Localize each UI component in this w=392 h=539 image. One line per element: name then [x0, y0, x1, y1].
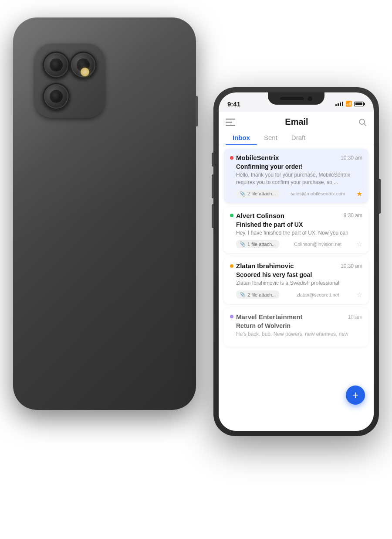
svg-line-1 [364, 123, 366, 126]
star-button-3[interactable]: ☆ [356, 290, 362, 299]
email-preview-3: Zlatan Ibrahimović is a Swedish professi… [230, 280, 362, 287]
tab-sent[interactable]: Sent [257, 130, 284, 145]
attachment-badge-3: 📎 2 file attach... [236, 290, 279, 299]
email-item-3[interactable]: Zlatan Ibrahimovic 10:30 am Scoored his … [224, 257, 368, 304]
camera-bump [35, 44, 105, 118]
email-time-1: 10:30 am [341, 155, 362, 161]
phone-back [13, 17, 196, 410]
compose-fab-button[interactable]: + [346, 385, 365, 405]
email-list: MobileSentrix 10:30 am Confirming your o… [219, 149, 374, 348]
email-header-4: Marvel Entertainment 10:am [230, 313, 362, 321]
phone-screen: 9:41 📶 [219, 92, 374, 431]
tab-draft[interactable]: Draft [284, 130, 313, 145]
svg-point-0 [359, 119, 365, 124]
battery-icon [354, 102, 365, 106]
email-header-1: MobileSentrix 10:30 am [230, 154, 362, 161]
menu-line-3 [226, 125, 235, 126]
paperclip-icon-2: 📎 [240, 241, 246, 247]
app-header: Email [219, 112, 374, 130]
email-address-1: sales@mobilesentrix.com [291, 191, 345, 196]
power-button-front [378, 179, 381, 214]
app-content: Email Inbox Sent Draft [219, 112, 374, 431]
email-footer-3: 📎 2 file attach... zlatan@scoored.net ☆ [230, 290, 362, 299]
power-button [196, 96, 198, 126]
unread-dot-1 [230, 156, 233, 160]
unread-dot-2 [230, 214, 233, 217]
sender-name-3: Zlatan Ibrahimovic [236, 262, 294, 270]
email-time-3: 10:30 am [341, 263, 362, 269]
email-time-2: 9:30 am [344, 212, 362, 218]
tabs-container: Inbox Sent Draft [219, 130, 374, 145]
email-preview-1: Hello, thank you for your purchase, Mobi… [230, 171, 362, 186]
plus-icon: + [352, 390, 358, 400]
signal-bars-icon [335, 102, 343, 106]
status-icons: 📶 [335, 101, 365, 107]
notch-speaker [280, 97, 304, 100]
email-subject-4: Return of Wolverin [230, 322, 362, 329]
email-address-3: zlatan@scoored.net [297, 292, 339, 297]
email-sender-4: Marvel Entertainment [230, 313, 303, 321]
paperclip-icon-3: 📎 [240, 292, 246, 297]
wifi-icon: 📶 [345, 101, 352, 107]
attach-count-3: 2 file attach... [247, 292, 276, 297]
attachment-badge-1: 📎 2 file attach... [236, 190, 279, 198]
volume-up-button [212, 174, 214, 198]
email-header-2: Alvert Colinson 9:30 am [230, 212, 362, 219]
unread-dot-3 [230, 264, 233, 268]
email-preview-2: Hey, I have finished the part of UX. Now… [230, 229, 362, 237]
sender-name-4: Marvel Entertainment [236, 313, 303, 321]
camera-lens-3 [43, 83, 70, 110]
status-time: 9:41 [227, 100, 240, 108]
camera-flash [81, 68, 89, 76]
notch-camera [308, 96, 312, 101]
email-address-2: Colinson@invision.net [294, 242, 341, 247]
email-sender-1: MobileSentrix [230, 154, 279, 161]
page-title: Email [285, 117, 308, 127]
sender-name-1: MobileSentrix [236, 154, 279, 161]
attachment-badge-2: 📎 1 file attach... [236, 240, 279, 248]
mute-button [212, 153, 214, 167]
search-icon[interactable] [358, 118, 367, 126]
email-subject-3: Scoored his very fast goal [230, 271, 362, 278]
paperclip-icon-1: 📎 [240, 191, 246, 197]
email-footer-2: 📎 1 file attach... Colinson@invision.net… [230, 240, 362, 248]
email-item-4[interactable]: Marvel Entertainment 10:am Return of Wol… [224, 307, 368, 347]
attach-count-1: 2 file attach... [247, 191, 276, 196]
menu-button[interactable] [226, 119, 235, 126]
menu-line-1 [226, 119, 235, 119]
tab-inbox[interactable]: Inbox [226, 130, 257, 145]
menu-line-2 [226, 122, 232, 123]
star-button-1[interactable]: ★ [356, 190, 362, 198]
phone-front: 9:41 📶 [213, 87, 379, 436]
volume-down-button [212, 204, 214, 228]
star-button-2[interactable]: ☆ [356, 240, 362, 248]
email-item-2[interactable]: Alvert Colinson 9:30 am Finished the par… [224, 207, 368, 254]
attach-count-2: 1 file attach... [247, 242, 276, 247]
email-subject-2: Finished the part of UX [230, 221, 362, 228]
camera-lens-1 [43, 51, 70, 78]
email-footer-1: 📎 2 file attach... sales@mobilesentrix.c… [230, 190, 362, 198]
email-header-3: Zlatan Ibrahimovic 10:30 am [230, 262, 362, 270]
email-sender-2: Alvert Colinson [230, 212, 284, 219]
notch [268, 92, 324, 105]
sender-name-2: Alvert Colinson [236, 212, 284, 219]
unread-dot-4 [230, 315, 233, 318]
email-preview-4: He's back, bub. New powers, new enemies,… [230, 331, 362, 338]
email-sender-3: Zlatan Ibrahimovic [230, 262, 294, 270]
email-subject-1: Confirming your order! [230, 163, 362, 170]
email-item-1[interactable]: MobileSentrix 10:30 am Confirming your o… [224, 149, 368, 203]
email-time-4: 10:am [348, 314, 362, 320]
